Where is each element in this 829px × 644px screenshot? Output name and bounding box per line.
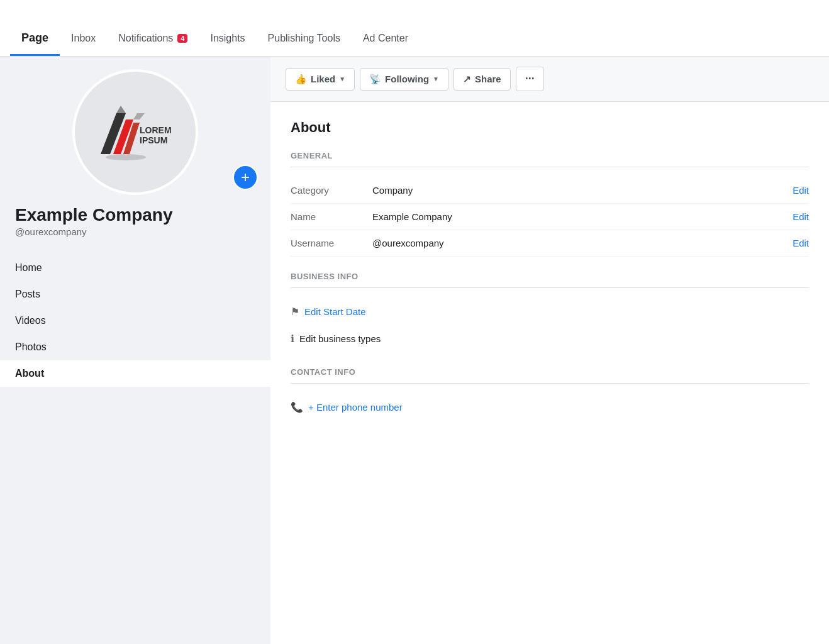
nav-item-publishing-tools[interactable]: Publishing Tools	[257, 22, 352, 56]
contact-info-label: CONTACT INFO	[291, 367, 809, 377]
thumbs-up-icon: 👍	[295, 74, 307, 85]
edit-business-types-button[interactable]: Edit business types	[299, 333, 381, 344]
liked-button[interactable]: 👍 Liked ▼	[286, 68, 355, 91]
name-value: Example Company	[372, 211, 793, 222]
sidebar-navigation: Home Posts Videos Photos About	[0, 250, 270, 392]
name-row: Name Example Company Edit	[291, 204, 809, 230]
share-button[interactable]: ↗ Share	[453, 68, 511, 91]
name-label: Name	[291, 211, 372, 222]
sidebar-item-photos[interactable]: Photos	[0, 334, 270, 360]
edit-start-date-row: ⚑ Edit Start Date	[291, 298, 809, 325]
action-bar: 👍 Liked ▼ 📡 Following ▼ ↗ Share ···	[270, 57, 829, 102]
category-label: Category	[291, 185, 372, 196]
sidebar-item-posts[interactable]: Posts	[0, 281, 270, 308]
about-title: About	[291, 119, 809, 136]
enter-phone-button[interactable]: + Enter phone number	[308, 402, 403, 413]
category-row: Category Company Edit	[291, 177, 809, 204]
username-label: Username	[291, 238, 372, 248]
main-layout: LOREM IPSUM + Example Company @ourexcomp…	[0, 57, 829, 644]
page-username: @ourexcompany	[0, 226, 270, 250]
svg-text:LOREM: LOREM	[140, 125, 172, 135]
share-label: Share	[475, 74, 501, 84]
nav-item-insights[interactable]: Insights	[199, 22, 256, 56]
top-navigation: Page Inbox Notifications 4 Insights Publ…	[0, 0, 829, 57]
nav-label-inbox: Inbox	[71, 33, 96, 44]
profile-pic-area: LOREM IPSUM +	[0, 57, 270, 195]
following-chevron-icon: ▼	[433, 75, 439, 82]
business-info-section: BUSINESS INFO ⚑ Edit Start Date ℹ Edit b…	[291, 272, 809, 352]
business-info-label: BUSINESS INFO	[291, 272, 809, 281]
name-edit-button[interactable]: Edit	[793, 211, 809, 222]
nav-label-publishing-tools: Publishing Tools	[268, 33, 340, 44]
svg-point-7	[106, 154, 146, 160]
nav-label-insights: Insights	[210, 33, 245, 44]
contact-info-section: CONTACT INFO 📞 + Enter phone number	[291, 367, 809, 421]
nav-label-page: Page	[21, 31, 48, 45]
sidebar-item-videos[interactable]: Videos	[0, 308, 270, 334]
nav-item-ad-center[interactable]: Ad Center	[352, 22, 420, 56]
following-icon: 📡	[369, 74, 381, 85]
following-label: Following	[385, 74, 429, 84]
sidebar: LOREM IPSUM + Example Company @ourexcomp…	[0, 57, 270, 644]
sidebar-item-about[interactable]: About	[0, 360, 270, 387]
category-edit-button[interactable]: Edit	[793, 185, 809, 196]
company-logo: LOREM IPSUM	[94, 101, 176, 164]
nav-item-inbox[interactable]: Inbox	[60, 22, 107, 56]
svg-marker-1	[116, 106, 126, 113]
nav-label-ad-center: Ad Center	[363, 33, 408, 44]
general-section: GENERAL Category Company Edit Name Examp…	[291, 151, 809, 257]
avatar: LOREM IPSUM	[72, 69, 198, 195]
liked-label: Liked	[311, 74, 335, 84]
liked-chevron-icon: ▼	[339, 75, 345, 82]
about-section: About GENERAL Category Company Edit Name…	[270, 102, 829, 438]
svg-marker-4	[133, 113, 145, 119]
add-photo-button[interactable]: +	[233, 165, 258, 190]
username-row: Username @ourexcompany Edit	[291, 230, 809, 257]
svg-text:IPSUM: IPSUM	[140, 135, 167, 145]
more-options-button[interactable]: ···	[516, 67, 544, 91]
following-button[interactable]: 📡 Following ▼	[360, 68, 448, 91]
phone-icon: 📞	[291, 401, 303, 413]
username-value: @ourexcompany	[372, 238, 793, 248]
page-name: Example Company	[0, 195, 270, 226]
notifications-badge: 4	[177, 34, 187, 43]
share-icon: ↗	[463, 74, 471, 85]
category-value: Company	[372, 185, 793, 196]
nav-item-notifications[interactable]: Notifications 4	[107, 22, 199, 56]
content-area: 👍 Liked ▼ 📡 Following ▼ ↗ Share ··· Abou…	[270, 57, 829, 644]
info-circle-icon: ℹ	[291, 333, 294, 345]
enter-phone-row[interactable]: 📞 + Enter phone number	[291, 394, 809, 421]
general-divider	[291, 167, 809, 167]
edit-business-types-row: ℹ Edit business types	[291, 325, 809, 352]
username-edit-button[interactable]: Edit	[793, 238, 809, 248]
contact-info-divider	[291, 383, 809, 384]
sidebar-item-home[interactable]: Home	[0, 255, 270, 281]
more-icon: ···	[525, 72, 535, 86]
flag-icon: ⚑	[291, 306, 299, 318]
business-info-divider	[291, 287, 809, 288]
nav-item-page[interactable]: Page	[10, 22, 60, 56]
general-label: GENERAL	[291, 151, 809, 160]
edit-start-date-button[interactable]: Edit Start Date	[304, 306, 366, 317]
nav-label-notifications: Notifications	[118, 33, 173, 44]
